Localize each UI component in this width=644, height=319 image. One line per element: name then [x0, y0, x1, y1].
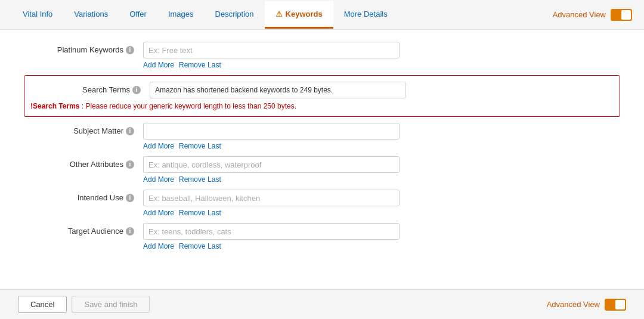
- platinum-keywords-add-more[interactable]: Add More: [143, 61, 174, 69]
- advanced-view-bottom-toggle[interactable]: [605, 299, 626, 311]
- search-terms-error-field: !Search Terms: [30, 102, 79, 110]
- intended-use-input[interactable]: [143, 190, 400, 206]
- platinum-keywords-add-remove: Add More Remove Last: [143, 61, 400, 69]
- target-audience-info-icon[interactable]: i: [126, 227, 134, 236]
- search-terms-input[interactable]: [150, 82, 406, 98]
- main-content: Platinum Keywords i Add More Remove Last…: [0, 30, 644, 268]
- platinum-keywords-remove-last[interactable]: Remove Last: [179, 61, 221, 69]
- other-attributes-field-wrap: Add More Remove Last: [143, 156, 400, 184]
- subject-matter-info-icon[interactable]: i: [126, 127, 134, 135]
- save-finish-button: Save and finish: [72, 296, 150, 313]
- cancel-button[interactable]: Cancel: [18, 296, 67, 313]
- search-terms-info-icon[interactable]: i: [132, 86, 141, 94]
- search-terms-field-wrap: [150, 82, 406, 98]
- intended-use-add-remove: Add More Remove Last: [143, 209, 400, 217]
- warning-icon: ⚠: [275, 10, 283, 18]
- subject-matter-row: Subject Matter i Add More Remove Last: [24, 123, 620, 150]
- other-attributes-input[interactable]: [143, 156, 400, 173]
- subject-matter-field-wrap: Add More Remove Last: [143, 123, 400, 150]
- target-audience-add-more[interactable]: Add More: [143, 242, 174, 250]
- intended-use-row: Intended Use i Add More Remove Last: [24, 190, 620, 217]
- advanced-view-bottom: Advanced View: [547, 299, 626, 311]
- toggle-knob-bottom: [615, 300, 625, 309]
- tab-description[interactable]: Description: [205, 1, 265, 29]
- subject-matter-input[interactable]: [143, 123, 400, 140]
- platinum-keywords-label: Platinum Keywords i: [24, 42, 143, 54]
- tab-variations[interactable]: Variations: [63, 1, 119, 29]
- platinum-keywords-input[interactable]: [143, 42, 400, 58]
- tab-offer[interactable]: Offer: [119, 1, 157, 29]
- tab-keywords[interactable]: ⚠ Keywords: [265, 1, 333, 29]
- advanced-view-bottom-label: Advanced View: [547, 300, 600, 309]
- advanced-view-top-label: Advanced View: [553, 10, 606, 19]
- subject-matter-label: Subject Matter i: [24, 123, 143, 135]
- top-navigation: Vital Info Variations Offer Images Descr…: [0, 0, 644, 30]
- target-audience-label: Target Audience i: [24, 223, 143, 236]
- search-terms-error: !Search Terms : Please reduce your gener…: [30, 102, 614, 110]
- other-attributes-add-more[interactable]: Add More: [143, 175, 174, 184]
- search-terms-row: Search Terms i: [30, 82, 614, 98]
- advanced-view-top: Advanced View: [553, 9, 632, 21]
- advanced-view-top-toggle[interactable]: [611, 9, 632, 21]
- intended-use-remove-last[interactable]: Remove Last: [179, 209, 221, 217]
- tab-vital-info[interactable]: Vital Info: [12, 1, 63, 29]
- platinum-keywords-row: Platinum Keywords i Add More Remove Last: [24, 42, 620, 69]
- tab-images[interactable]: Images: [157, 1, 205, 29]
- target-audience-add-remove: Add More Remove Last: [143, 242, 400, 250]
- target-audience-field-wrap: Add More Remove Last: [143, 223, 400, 250]
- intended-use-label: Intended Use i: [24, 190, 143, 202]
- target-audience-remove-last[interactable]: Remove Last: [179, 242, 221, 250]
- target-audience-input[interactable]: [143, 223, 400, 240]
- subject-matter-add-more[interactable]: Add More: [143, 142, 174, 150]
- search-terms-label: Search Terms i: [30, 82, 150, 94]
- other-attributes-label: Other Attributes i: [24, 156, 143, 169]
- tab-more-details[interactable]: More Details: [333, 1, 398, 29]
- subject-matter-remove-last[interactable]: Remove Last: [179, 142, 221, 150]
- subject-matter-add-remove: Add More Remove Last: [143, 142, 400, 150]
- bottom-bar: Cancel Save and finish Advanced View: [0, 289, 644, 319]
- platinum-keywords-info-icon[interactable]: i: [126, 46, 134, 54]
- intended-use-add-more[interactable]: Add More: [143, 209, 174, 217]
- search-terms-error-text: : Please reduce your generic keyword len…: [79, 102, 296, 110]
- other-attributes-remove-last[interactable]: Remove Last: [179, 175, 221, 184]
- intended-use-info-icon[interactable]: i: [126, 194, 134, 202]
- other-attributes-add-remove: Add More Remove Last: [143, 175, 400, 184]
- target-audience-row: Target Audience i Add More Remove Last: [24, 223, 620, 250]
- platinum-keywords-field-wrap: Add More Remove Last: [143, 42, 400, 69]
- intended-use-field-wrap: Add More Remove Last: [143, 190, 400, 217]
- search-terms-section: Search Terms i !Search Terms : Please re…: [24, 75, 620, 117]
- toggle-knob: [621, 10, 631, 20]
- other-attributes-row: Other Attributes i Add More Remove Last: [24, 156, 620, 184]
- other-attributes-info-icon[interactable]: i: [126, 160, 134, 169]
